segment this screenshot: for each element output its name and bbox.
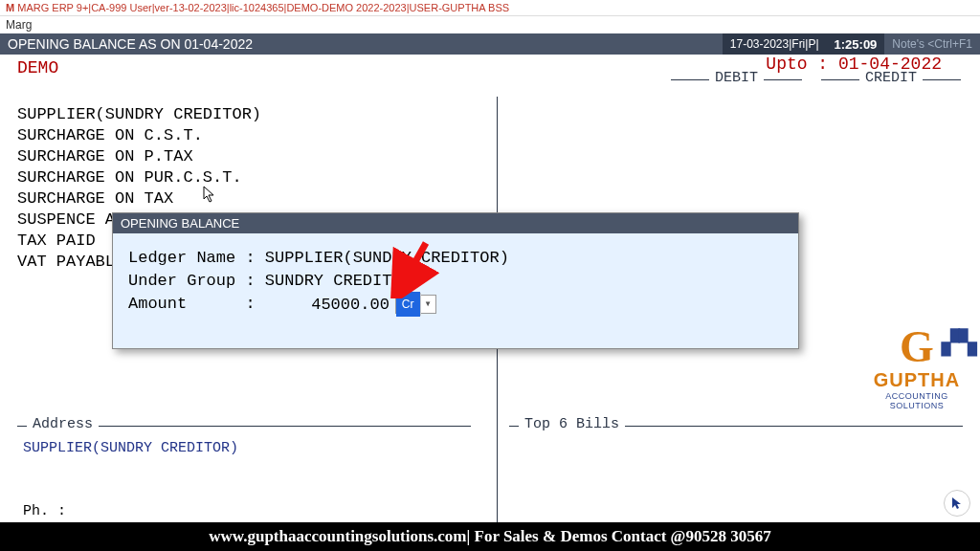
- under-group-label: Under Group: [128, 270, 235, 293]
- footer-site: www.gupthaaccountingsolutions.com: [209, 527, 466, 546]
- menu-bar[interactable]: Marg: [0, 16, 980, 33]
- debit-col-head: DEBIT: [671, 79, 802, 97]
- header-notes-hint: Note's <Ctrl+F1: [884, 33, 980, 55]
- ledger-name-value: SUPPLIER(SUNDRY CREDITOR): [265, 247, 509, 270]
- under-group-value: SUNDRY CREDITORS: [265, 270, 421, 293]
- dialog-title: OPENING BALANCE: [113, 213, 798, 233]
- cursor-badge-icon: [944, 490, 970, 517]
- chevron-down-icon[interactable]: ▾: [420, 293, 435, 316]
- address-line1: SUPPLIER(SUNDRY CREDITOR): [23, 438, 465, 459]
- window-title-bar: M MARG ERP 9+|CA-999 User|ver-13-02-2023…: [0, 0, 980, 16]
- debit-credit-header: DEBIT CREDIT: [652, 79, 961, 97]
- ledger-name-label: Ledger Name: [128, 247, 235, 270]
- header-time: 1:25:09: [827, 33, 885, 55]
- list-item[interactable]: SURCHARGE ON TAX: [17, 188, 261, 209]
- brand-logo: G▞▚ GUPTHA ACCOUNTING SOLUTIONS: [859, 325, 974, 410]
- list-item[interactable]: SURCHARGE ON C.S.T.: [17, 125, 261, 146]
- footer-mid: | For Sales & Demos Contact @: [467, 527, 686, 546]
- brand-subtitle: ACCOUNTING SOLUTIONS: [859, 391, 974, 410]
- crdr-select[interactable]: Cr ▾: [395, 295, 436, 314]
- upto-value: 01-04-2022: [838, 55, 942, 74]
- opening-balance-dialog: OPENING BALANCE Ledger Name : SUPPLIER(S…: [112, 212, 799, 349]
- upto-row: Upto : 01-04-2022: [766, 55, 942, 74]
- bars-icon: ▞▚: [942, 331, 976, 354]
- amount-input[interactable]: [265, 296, 390, 314]
- list-item[interactable]: SURCHARGE ON P.TAX: [17, 146, 261, 167]
- screen-header: OPENING BALANCE AS ON 01-04-2022 17-03-2…: [0, 33, 980, 55]
- footer-banner: www.gupthaaccountingsolutions.com | For …: [0, 522, 980, 551]
- credit-col-head: CREDIT: [821, 79, 961, 97]
- window-title: MARG ERP 9+|CA-999 User|ver-13-02-2023|l…: [17, 2, 509, 13]
- amount-label: Amount: [128, 293, 187, 316]
- header-date: 17-03-2023|Fri|P|: [723, 33, 827, 55]
- crdr-value: Cr: [396, 292, 420, 317]
- screen-title: OPENING BALANCE AS ON 01-04-2022: [0, 36, 723, 52]
- list-item[interactable]: SUPPLIER(SUNDRY CREDITOR): [17, 104, 261, 125]
- app-icon: M: [6, 2, 14, 13]
- menu-marg[interactable]: Marg: [6, 18, 32, 32]
- footer-phone: 90528 30567: [685, 527, 770, 546]
- top-bills-label: Top 6 Bills: [519, 416, 625, 432]
- list-item[interactable]: SURCHARGE ON PUR.C.S.T.: [17, 167, 261, 188]
- address-ph-label: Ph. :: [23, 503, 66, 519]
- brand-name: GUPTHA: [859, 369, 974, 391]
- address-panel-label: Address: [27, 416, 99, 432]
- upto-label: Upto :: [766, 55, 828, 74]
